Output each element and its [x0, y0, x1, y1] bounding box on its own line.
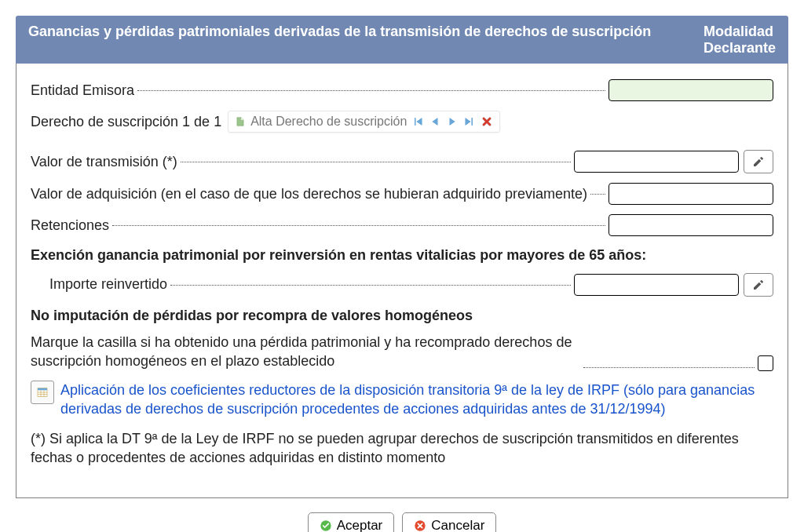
- valor-transmision-label: Valor de transmisión (*): [31, 154, 177, 170]
- check-circle-icon: [320, 519, 332, 532]
- accept-button[interactable]: Aceptar: [308, 512, 395, 532]
- nav-first-icon[interactable]: [411, 115, 424, 128]
- importe-reinvertido-input[interactable]: [574, 274, 739, 296]
- coeficientes-link[interactable]: Aplicación de los coeficientes reductore…: [60, 381, 773, 419]
- nav-delete-icon[interactable]: [481, 115, 493, 128]
- form-title-bar: Ganancias y pérdidas patrimoniales deriv…: [16, 16, 788, 64]
- form-title: Ganancias y pérdidas patrimoniales deriv…: [28, 24, 672, 40]
- form-panel: Entidad Emisora Derecho de suscripción 1…: [16, 64, 788, 497]
- recompra-checkbox[interactable]: [758, 355, 773, 371]
- new-doc-icon: [235, 115, 246, 128]
- derecho-counter: Derecho de suscripción 1 de 1: [31, 114, 221, 130]
- no-imputacion-text: Marque la casilla si ha obtenido una pér…: [31, 333, 580, 371]
- cancel-circle-icon: [414, 519, 426, 532]
- valor-adquisicion-label: Valor de adquisición (en el caso de que …: [31, 186, 587, 202]
- nav-prev-icon[interactable]: [429, 115, 441, 128]
- add-derecho-label[interactable]: Alta Derecho de suscripción: [250, 115, 407, 129]
- no-imputacion-heading: No imputación de pérdidas por recompra d…: [31, 306, 773, 325]
- svg-rect-1: [38, 388, 47, 390]
- cancel-button[interactable]: Cancelar: [402, 512, 496, 532]
- record-navigator: Alta Derecho de suscripción: [228, 111, 500, 133]
- valor-adquisicion-input[interactable]: [608, 183, 773, 205]
- nav-last-icon[interactable]: [463, 115, 476, 128]
- pencil-icon: [752, 279, 765, 291]
- importe-reinvertido-edit-button[interactable]: [744, 273, 773, 297]
- modality-label: Modalidad Declarante: [704, 24, 776, 56]
- valor-transmision-edit-button[interactable]: [744, 150, 773, 173]
- entidad-emisora-input[interactable]: [608, 79, 773, 101]
- entidad-emisora-label: Entidad Emisora: [31, 82, 134, 99]
- valor-transmision-input[interactable]: [574, 151, 739, 173]
- table-icon[interactable]: [31, 381, 54, 404]
- importe-reinvertido-label: Importe reinvertido: [49, 276, 167, 293]
- retenciones-input[interactable]: [608, 214, 773, 236]
- retenciones-label: Retenciones: [31, 217, 109, 234]
- footnote-text: (*) Si aplica la DT 9ª de la Ley de IRPF…: [31, 429, 773, 468]
- exencion-heading: Exención ganancia patrimonial por reinve…: [31, 246, 773, 264]
- pencil-icon: [752, 155, 765, 168]
- nav-next-icon[interactable]: [446, 115, 459, 128]
